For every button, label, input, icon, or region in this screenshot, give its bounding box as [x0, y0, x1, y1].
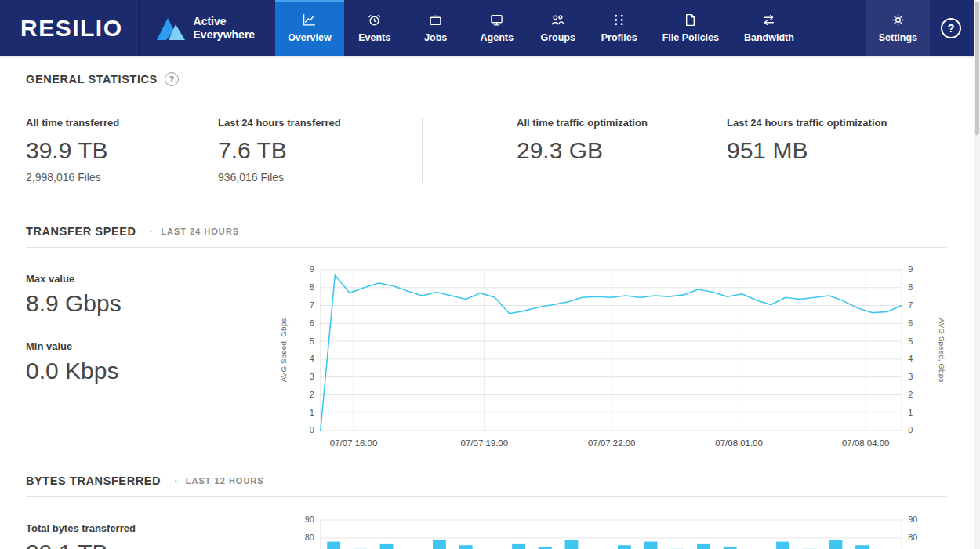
- stat-all-time-optimization: All time traffic optimization 29.3 GB: [517, 117, 727, 184]
- stat-files-count: 936,016 Files: [218, 171, 422, 184]
- svg-text:80: 80: [305, 533, 314, 542]
- max-speed-value: 8.9 Gbps: [26, 290, 275, 317]
- svg-text:90: 90: [305, 514, 314, 524]
- stats-row: All time transferred 39.9 TB 2,998,016 F…: [26, 117, 947, 209]
- bytes-chart: 00101020203030404050506060707080809090: [275, 510, 947, 549]
- stat-value: 39.9 TB: [26, 137, 218, 164]
- bytes-transferred-range: LAST 12 HOURS: [174, 474, 263, 487]
- nav-tab-events[interactable]: Events: [344, 0, 405, 56]
- help-icon[interactable]: ?: [941, 18, 961, 38]
- stat-value: 951 MB: [727, 137, 887, 164]
- nav-tab-agents[interactable]: Agents: [466, 0, 528, 56]
- stat-all-time-transferred: All time transferred 39.9 TB 2,998,016 F…: [26, 117, 218, 184]
- svg-text:8: 8: [310, 282, 314, 292]
- general-statistics-title: GENERAL STATISTICS: [26, 73, 158, 85]
- svg-text:8: 8: [908, 282, 913, 292]
- svg-text:AVG Speed, Gbps: AVG Speed, Gbps: [938, 318, 946, 382]
- nav-tab-jobs[interactable]: Jobs: [405, 0, 466, 56]
- svg-text:9: 9: [310, 264, 314, 274]
- bytes-transferred-title: BYTES TRANSFERRED: [26, 474, 161, 487]
- stats-help-icon[interactable]: ?: [165, 72, 179, 86]
- svg-text:1: 1: [310, 408, 314, 417]
- svg-text:07/07 19:00: 07/07 19:00: [461, 438, 508, 448]
- svg-text:3: 3: [310, 372, 314, 381]
- general-statistics-header: GENERAL STATISTICS ?: [26, 72, 947, 96]
- stat-last-24h-transferred: Last 24 hours transferred 7.6 TB 936,016…: [218, 117, 422, 184]
- transfer-speed-header: TRANSFER SPEED LAST 24 HOURS: [26, 225, 947, 248]
- settings-gear-icon: [891, 13, 905, 27]
- events-alarm-icon: [368, 13, 381, 27]
- total-bytes-value: 29.1 TB: [26, 540, 275, 549]
- min-speed-value: 0.0 Kbps: [26, 358, 275, 384]
- scrollbar-thumb[interactable]: [975, 2, 979, 135]
- stats-divider: [422, 118, 423, 182]
- nav-tab-overview[interactable]: Overview: [275, 0, 344, 56]
- svg-text:4: 4: [310, 354, 314, 363]
- svg-text:6: 6: [908, 318, 913, 328]
- transfer-speed-section: Max value 8.9 Gbps Min value 0.0 Kbps 00…: [26, 248, 947, 458]
- main-content: GENERAL STATISTICS ? All time transferre…: [0, 72, 980, 549]
- transfer-speed-chart-box: 0011223344556677889907/07 16:0007/07 19:…: [275, 260, 947, 458]
- profiles-grid-icon: [612, 13, 626, 27]
- bytes-transferred-header: BYTES TRANSFERRED LAST 12 HOURS: [26, 474, 947, 497]
- active-everywhere-logo: Active Everywhere: [139, 0, 271, 56]
- transfer-speed-range: LAST 24 HOURS: [150, 225, 239, 238]
- dot-separator: [174, 474, 179, 487]
- jobs-briefcase-icon: [429, 13, 442, 27]
- svg-text:07/08 04:00: 07/08 04:00: [842, 438, 889, 448]
- overview-chart-icon: [303, 13, 316, 27]
- file-policies-document-icon: [684, 13, 697, 27]
- svg-text:6: 6: [310, 318, 314, 328]
- svg-text:7: 7: [908, 300, 913, 310]
- svg-text:1: 1: [908, 408, 913, 417]
- nav-tab-profiles[interactable]: Profiles: [589, 0, 650, 56]
- nav-tab-bandwidth[interactable]: Bandwidth: [731, 0, 807, 56]
- transfer-speed-chart: 0011223344556677889907/07 16:0007/07 19:…: [275, 260, 947, 458]
- transfer-speed-title: TRANSFER SPEED: [26, 225, 136, 238]
- bytes-chart-box: 00101020203030404050506060707080809090: [275, 510, 947, 549]
- resilio-logo: RESILIO: [0, 15, 139, 42]
- svg-text:2: 2: [310, 390, 314, 399]
- top-navbar: RESILIO Active Everywhere Overview Event…: [0, 0, 980, 56]
- svg-text:0: 0: [310, 425, 314, 434]
- stat-files-count: 2,998,016 Files: [26, 171, 218, 184]
- stat-value: 7.6 TB: [218, 137, 422, 164]
- bytes-transferred-metrics: Total bytes transferred 29.1 TB: [26, 510, 275, 549]
- nav-tab-groups[interactable]: Groups: [528, 0, 589, 56]
- svg-text:5: 5: [908, 336, 913, 346]
- svg-text:07/08 01:00: 07/08 01:00: [715, 438, 762, 448]
- svg-text:07/07 16:00: 07/07 16:00: [330, 438, 377, 448]
- transfer-speed-metrics: Max value 8.9 Gbps Min value 0.0 Kbps: [26, 260, 275, 458]
- svg-text:2: 2: [908, 390, 913, 399]
- svg-text:3: 3: [908, 372, 913, 381]
- scrollbar-track[interactable]: [974, 0, 980, 549]
- nav-spacer: [807, 0, 866, 56]
- bandwidth-arrows-icon: [762, 13, 775, 27]
- stat-last-24h-optimization: Last 24 hours traffic optimization 951 M…: [727, 117, 887, 184]
- svg-text:90: 90: [908, 514, 917, 524]
- svg-text:4: 4: [908, 354, 913, 363]
- svg-text:07/07 22:00: 07/07 22:00: [588, 438, 635, 448]
- svg-text:80: 80: [908, 533, 917, 542]
- svg-text:9: 9: [908, 264, 913, 274]
- svg-text:AVG Speed, Gbps: AVG Speed, Gbps: [279, 318, 288, 382]
- resilio-triangle-icon: [155, 16, 187, 40]
- nav-tab-file-policies[interactable]: File Policies: [650, 0, 731, 56]
- nav-tab-settings[interactable]: Settings: [866, 0, 930, 56]
- bytes-transferred-section: Total bytes transferred 29.1 TB 00101020…: [26, 497, 947, 549]
- svg-text:7: 7: [310, 300, 314, 310]
- svg-text:5: 5: [310, 336, 314, 346]
- dot-separator: [150, 225, 154, 238]
- agents-monitor-icon: [490, 13, 503, 27]
- groups-people-icon: [551, 13, 564, 27]
- main-nav: Overview Events Jobs Agents Groups: [275, 0, 807, 56]
- tagline: Active Everywhere: [194, 15, 256, 40]
- stat-value: 29.3 GB: [517, 137, 727, 164]
- svg-text:0: 0: [908, 425, 913, 434]
